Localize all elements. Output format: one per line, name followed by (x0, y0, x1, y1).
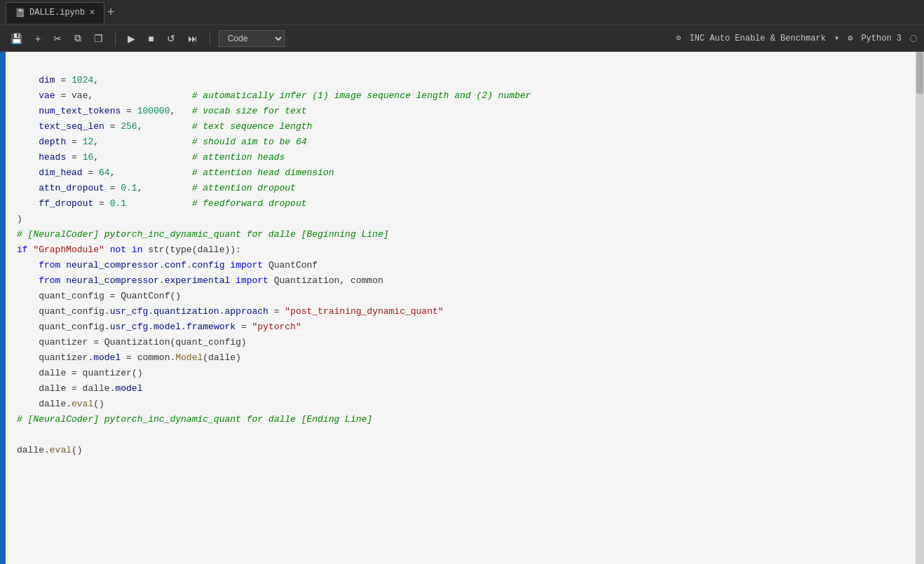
vertical-scrollbar[interactable] (916, 52, 924, 564)
notebook-icon: 📓 (15, 8, 25, 18)
main-area: dim = 1024, vae = vae, # automatically i… (0, 52, 924, 564)
stop-button[interactable]: ■ (144, 31, 157, 46)
separator-1 (115, 32, 116, 46)
save-button[interactable]: 💾 (7, 31, 26, 46)
notebook-toolbar: 💾 + ✂ ⧉ ❐ ▶ ■ ↺ ⏭ Code Markdown Raw ⊙ IN… (0, 25, 924, 52)
separator-2 (210, 32, 210, 46)
code-cell[interactable]: dim = 1024, vae = vae, # automatically i… (6, 52, 916, 495)
code-cell-area[interactable]: dim = 1024, vae = vae, # automatically i… (6, 52, 916, 564)
kernel-dropdown-icon[interactable]: ▾ (834, 33, 839, 43)
kernel-status-indicator (910, 35, 917, 42)
restart-run-button[interactable]: ⏭ (184, 31, 201, 46)
cell-indicator (0, 52, 6, 564)
new-tab-button[interactable]: + (107, 6, 115, 20)
cut-button[interactable]: ✂ (50, 31, 65, 46)
tab-bar: 📓 DALLE.ipynb × + (0, 0, 924, 25)
tab-title: DALLE.ipynb (29, 8, 85, 18)
restart-button[interactable]: ↺ (163, 31, 179, 46)
add-cell-button[interactable]: + (32, 31, 44, 46)
notebook-tab[interactable]: 📓 DALLE.ipynb × (6, 2, 104, 23)
kernel-indicator-icon: ⊙ (676, 33, 681, 43)
copy-button[interactable]: ⧉ (71, 30, 85, 46)
cell-type-dropdown[interactable]: Code Markdown Raw (219, 30, 285, 47)
settings-icon[interactable]: ⚙ (848, 33, 852, 43)
scrollbar-thumb[interactable] (916, 52, 923, 94)
kernel-name: INC Auto Enable & Benchmark (689, 34, 825, 43)
run-button[interactable]: ▶ (124, 31, 139, 46)
toolbar-right: ⊙ INC Auto Enable & Benchmark ▾ ⚙ Python… (676, 33, 917, 43)
paste-button[interactable]: ❐ (90, 31, 107, 46)
tab-close-button[interactable]: × (89, 7, 95, 18)
python-version: Python 3 (861, 34, 902, 43)
